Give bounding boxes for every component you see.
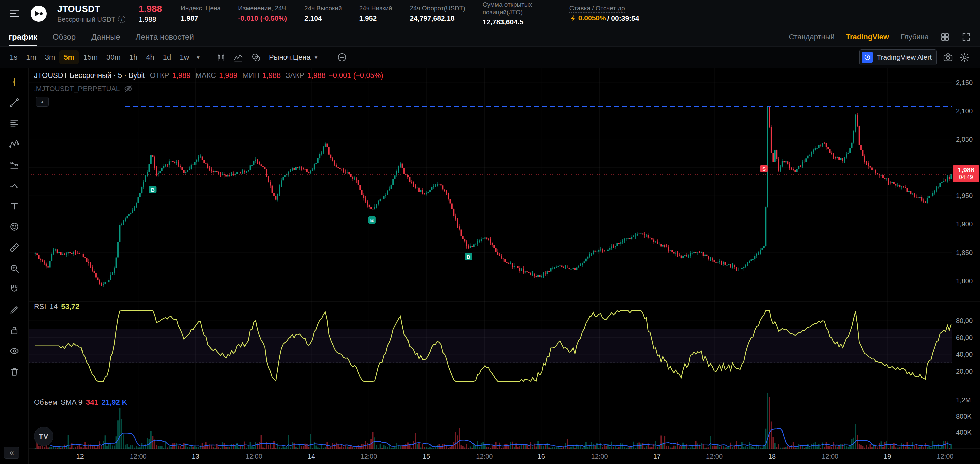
grid-layout-button[interactable]: [940, 32, 950, 42]
tab-Лента новостей[interactable]: Лента новостей: [135, 27, 194, 46]
svg-text:13: 13: [192, 453, 199, 460]
eye-off-icon[interactable]: [124, 84, 133, 93]
tool-magnet[interactable]: [6, 280, 23, 298]
stat-value: 12,783,604.5: [483, 18, 560, 26]
timeframe-1s[interactable]: 1s: [5, 51, 22, 65]
collapse-sidebar-button[interactable]: «: [4, 447, 19, 459]
trend-line-icon: [9, 97, 20, 108]
funding-stat: Ставка / Отсчет до 0.0050% / 00:39:54: [570, 5, 639, 23]
fib-retracement-icon: [9, 118, 20, 129]
legend-collapse-button[interactable]: ▴: [36, 97, 49, 106]
timeframe-3m[interactable]: 3m: [41, 51, 60, 65]
tradingview-watermark[interactable]: TV: [34, 427, 53, 446]
main-menu-button[interactable]: [9, 8, 20, 19]
timeframe-1m[interactable]: 1m: [22, 51, 41, 65]
svg-text:18: 18: [768, 453, 776, 460]
main-series-legend: JTOUSDT Бессрочный · 5 · Bybit ОТКР1,989…: [34, 71, 383, 80]
indicators-button[interactable]: [231, 50, 246, 65]
info-icon[interactable]: i: [118, 16, 125, 23]
svg-text:17: 17: [653, 453, 661, 460]
tool-emoji[interactable]: [6, 218, 23, 235]
price-mode-select[interactable]: Рыноч.Цена ▾: [266, 51, 322, 64]
timeframe-15m[interactable]: 15m: [79, 51, 102, 65]
stat-label: Индекс. Цена: [181, 5, 221, 12]
header-stat-5: Сумма открытых позиций(JTO)12,783,604.5: [483, 1, 560, 26]
hide-icon: [9, 346, 20, 356]
crosshair-icon: [9, 76, 20, 87]
stat-value: 2.104: [304, 14, 342, 22]
compare-button[interactable]: [248, 50, 264, 65]
header-stat-4: 24ч Оборот(USDT)24,797,682.18: [409, 5, 465, 22]
timeframe-1w[interactable]: 1w: [175, 51, 193, 65]
tool-trash[interactable]: [6, 363, 23, 380]
trading-app: JTOUSDT Бессрочный USDT i 1.988 1.988 Ин…: [0, 0, 980, 464]
bolt-icon: [570, 15, 577, 22]
volume-legend: Объём SMA 9 341 21,92 K: [34, 398, 127, 407]
tool-pencil[interactable]: [6, 301, 23, 318]
timeframe-30m[interactable]: 30m: [102, 51, 125, 65]
stat-value: 1.987: [181, 14, 221, 22]
last-price: 1.988: [138, 4, 171, 14]
tool-forecast[interactable]: [6, 156, 23, 173]
tool-lock[interactable]: [6, 322, 23, 339]
svg-text:1,900: 1,900: [956, 221, 973, 228]
stat-label: Сумма открытых позиций(JTO): [483, 1, 560, 16]
drawing-tools-sidebar: [0, 68, 29, 464]
stat-label: 24ч Высокий: [304, 5, 342, 12]
toolbar-right: TradingView Alert: [859, 49, 975, 65]
chart-settings-button[interactable]: [959, 52, 970, 63]
svg-text:14: 14: [308, 453, 315, 460]
rsi-legend: RSI 14 53,72: [34, 302, 80, 311]
stat-value: 24,797,682.18: [409, 14, 465, 22]
svg-text:16: 16: [538, 453, 545, 460]
funding-value: 0.0050% / 00:39:54: [570, 14, 639, 22]
current-price-axis-label: 1,988 04:49: [953, 165, 979, 182]
tab-Обзор[interactable]: Обзор: [53, 27, 76, 46]
svg-text:12:00: 12:00: [591, 453, 608, 460]
tool-crosshair[interactable]: [6, 73, 23, 91]
tab-Данные[interactable]: Данные: [91, 27, 120, 46]
svg-text:B: B: [370, 218, 374, 223]
timeframe-5m[interactable]: 5m: [59, 51, 79, 65]
svg-text:12:00: 12:00: [937, 453, 953, 460]
timeframe-4h[interactable]: 4h: [142, 51, 158, 65]
stat-label: 24ч Низкий: [360, 5, 393, 12]
timeframe-1h[interactable]: 1h: [125, 51, 142, 65]
svg-text:12:00: 12:00: [706, 453, 723, 460]
svg-text:2,050: 2,050: [956, 136, 973, 143]
chart-region: BBBS2,1502,1002,0502,0001,9501,9001,8501…: [29, 68, 980, 464]
chart-style-button[interactable]: [213, 50, 229, 65]
tool-brush[interactable]: [6, 177, 23, 194]
tool-ruler[interactable]: [6, 239, 23, 256]
chart-mode-Глубина[interactable]: Глубина: [900, 33, 929, 41]
screenshot-button[interactable]: [943, 52, 953, 63]
chart-canvas[interactable]: BBBS2,1502,1002,0502,0001,9501,9001,8501…: [29, 68, 980, 464]
timeframe-dropdown-caret[interactable]: ▾: [196, 54, 201, 61]
stat-value: 1.952: [360, 14, 393, 22]
candlestick-icon: [216, 52, 226, 62]
stat-label: 24ч Оборот(USDT): [409, 5, 465, 12]
chart-mode-switch: СтандартныйTradingViewГлубина: [789, 32, 972, 42]
chart-mode-TradingView[interactable]: TradingView: [846, 33, 889, 41]
emoji-icon: [9, 221, 20, 232]
timeframe-1d[interactable]: 1d: [159, 51, 175, 65]
grid-icon: [940, 32, 950, 42]
tradingview-alert-button[interactable]: TradingView Alert: [859, 49, 937, 65]
add-alert-button[interactable]: [334, 50, 350, 65]
compare-icon: [251, 52, 261, 62]
separator: [328, 52, 328, 62]
funding-rate[interactable]: 0.0050%: [578, 14, 606, 22]
funding-label: Ставка / Отсчет до: [570, 5, 639, 12]
chart-mode-Стандартный[interactable]: Стандартный: [789, 33, 835, 41]
tab-график[interactable]: график: [9, 27, 37, 46]
tool-zoom[interactable]: [6, 259, 23, 277]
ruler-icon: [9, 242, 20, 253]
lock-icon: [9, 325, 20, 336]
tool-fib-retracement[interactable]: [6, 114, 23, 132]
tool-text[interactable]: [6, 197, 23, 215]
tool-hide[interactable]: [6, 342, 23, 360]
svg-text:12:00: 12:00: [822, 453, 838, 460]
tool-xabcd-pattern[interactable]: [6, 135, 23, 153]
tool-trend-line[interactable]: [6, 94, 23, 111]
fullscreen-button[interactable]: [961, 32, 971, 42]
